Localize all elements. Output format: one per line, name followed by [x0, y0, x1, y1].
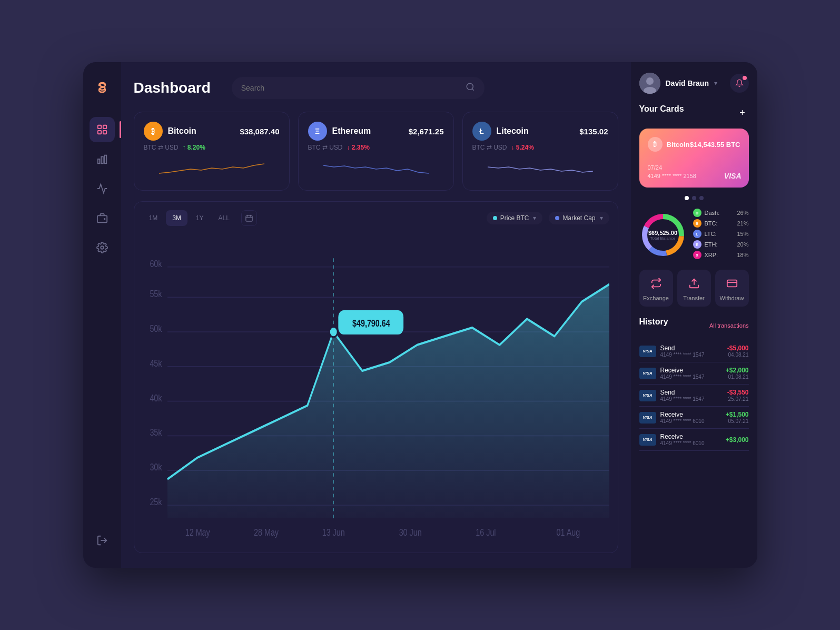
btc-pair: BTC ⇄ USD	[144, 144, 179, 151]
exchange-label: Exchange	[643, 295, 669, 301]
history-right-5: +$3,000	[726, 436, 749, 444]
legend-row-dash: D Dash: 26%	[693, 209, 749, 217]
legend-market-cap[interactable]: Market Cap ▾	[549, 212, 609, 224]
transfer-button[interactable]: Transfer	[677, 270, 711, 307]
ltc-change: ↓ 5.24%	[511, 144, 534, 151]
ltc-legend-name: LTC:	[705, 231, 717, 237]
history-item-5[interactable]: VISA Receive 4149 **** **** 6010 +$3,000	[639, 429, 749, 451]
crypto-card-btc[interactable]: ₿ Bitcoin $38,087.40 BTC ⇄ USD ↑ 8.20%	[134, 112, 290, 191]
history-card-5: 4149 **** **** 6010	[660, 440, 722, 446]
svg-point-11	[101, 246, 104, 249]
history-right-4: +$1,500 05.07.21	[726, 411, 749, 424]
btc-card-amount: $14,543.55 BTC	[690, 141, 740, 149]
history-right-1: -$5,000 04.08.21	[727, 344, 749, 358]
visa-badge-2: VISA	[639, 368, 656, 379]
search-input[interactable]	[241, 84, 460, 92]
chart-controls: 1M 3M 1Y ALL	[143, 210, 609, 226]
xrp-legend-name: XRP:	[705, 252, 718, 258]
svg-rect-15	[246, 216, 252, 222]
legend-dot-btc	[493, 216, 497, 220]
svg-rect-5	[103, 131, 106, 134]
portfolio-legend: D Dash: 26% B BTC: 21% L LTC:	[693, 209, 749, 261]
sidebar-item-wallet[interactable]	[90, 205, 115, 231]
notification-badge	[743, 76, 747, 80]
avatar	[639, 73, 660, 94]
add-card-button[interactable]: +	[736, 106, 749, 119]
history-item-3[interactable]: VISA Send 4149 **** **** 1547 -$3,550 25…	[639, 385, 749, 407]
sidebar-item-analytics[interactable]	[90, 146, 115, 172]
ltc-name: Litecoin	[497, 126, 529, 136]
history-card-3: 4149 **** **** 1547	[660, 396, 723, 402]
svg-text:13 Jun: 13 Jun	[322, 527, 344, 537]
user-dropdown-icon[interactable]: ▾	[714, 80, 717, 87]
history-item-4[interactable]: VISA Receive 4149 **** **** 6010 +$1,500…	[639, 407, 749, 429]
dash-legend-icon: D	[693, 209, 701, 217]
visa-badge-5: VISA	[639, 434, 656, 446]
svg-text:$49,790.64: $49,790.64	[352, 318, 390, 329]
btc-card-icon: ₿	[648, 137, 663, 152]
bitcoin-card[interactable]: ₿ Bitcoin $14,543.55 BTC 07/24 4149 ****…	[639, 129, 749, 188]
exchange-button[interactable]: Exchange	[639, 270, 673, 307]
xrp-pct: 18%	[737, 252, 748, 258]
card-dot-1[interactable]	[685, 196, 689, 200]
svg-rect-4	[97, 131, 101, 134]
legend-label-mcap: Market Cap	[562, 214, 595, 222]
eth-icon: Ξ	[308, 122, 327, 141]
main-chart-svg: 60k 55k 50k 45k 40k 35k 30k 25k	[143, 232, 609, 544]
sidebar-item-dashboard[interactable]	[90, 117, 115, 142]
search-bar[interactable]	[232, 77, 485, 99]
svg-point-13	[467, 83, 473, 90]
history-info-1: Send 4149 **** **** 1547	[660, 344, 723, 358]
ltc-pair: BTC ⇄ USD	[472, 144, 507, 151]
all-transactions-link[interactable]: All transactions	[709, 322, 749, 329]
logout-button[interactable]	[90, 528, 115, 553]
history-header: History All transactions	[639, 317, 749, 334]
svg-text:12 May: 12 May	[185, 527, 210, 537]
donut-chart: $69,525.00 Total Balance	[639, 211, 687, 259]
svg-text:50k: 50k	[150, 323, 162, 333]
history-date-2: 01.08.21	[726, 374, 749, 380]
svg-rect-6	[97, 159, 100, 163]
search-icon	[466, 82, 475, 94]
withdraw-label: Withdraw	[720, 295, 744, 301]
history-type-3: Send	[660, 389, 723, 396]
legend-arrow-btc: ▾	[533, 214, 536, 222]
btc-card-coin-name: Bitcoin	[667, 141, 690, 149]
sidebar-nav	[90, 117, 115, 528]
ltc-legend-icon: L	[693, 230, 701, 238]
chart-area: 60k 55k 50k 45k 40k 35k 30k 25k	[143, 232, 609, 544]
time-btn-1y[interactable]: 1Y	[190, 210, 210, 226]
withdraw-button[interactable]: Withdraw	[715, 270, 749, 307]
card-dot-3[interactable]	[699, 196, 704, 200]
eth-name: Ethereum	[332, 126, 371, 136]
svg-point-36	[329, 327, 338, 337]
ltc-icon: Ł	[472, 122, 491, 141]
donut-center: $69,525.00 Total Balance	[648, 230, 677, 241]
notification-button[interactable]	[730, 74, 749, 93]
calendar-button[interactable]	[241, 210, 257, 226]
sidebar-item-settings[interactable]	[90, 235, 115, 260]
history-item-2[interactable]: VISA Receive 4149 **** **** 1547 +$2,000…	[639, 362, 749, 385]
history-date-1: 04.08.21	[727, 352, 749, 358]
btc-card-expiry: 07/24	[648, 164, 740, 171]
eth-price: $2,671.25	[409, 127, 444, 136]
eth-pair: BTC ⇄ USD	[308, 144, 343, 151]
crypto-card-ltc[interactable]: Ł Litecoin $135.02 BTC ⇄ USD ↓ 5.24%	[462, 112, 618, 191]
time-btn-3m[interactable]: 3M	[166, 210, 187, 226]
sidebar-item-portfolio[interactable]	[90, 176, 115, 201]
user-header: David Braun ▾	[639, 73, 749, 94]
legend-price-btc[interactable]: Price BTC ▾	[487, 212, 543, 224]
transfer-label: Transfer	[683, 295, 705, 301]
main-header: Dashboard	[134, 77, 618, 99]
crypto-card-eth[interactable]: Ξ Ethereum $2,671.25 BTC ⇄ USD ↓ 2.35%	[298, 112, 454, 191]
dash-legend-name: Dash:	[705, 210, 720, 216]
time-btn-all[interactable]: ALL	[212, 210, 236, 226]
dash-pct: 26%	[737, 210, 748, 216]
legend-row-eth: E ETH: 20%	[693, 240, 749, 249]
time-btn-1m[interactable]: 1M	[143, 210, 164, 226]
card-dot-2[interactable]	[692, 196, 696, 200]
history-item-1[interactable]: VISA Send 4149 **** **** 1547 -$5,000 04…	[639, 340, 749, 362]
history-amount-5: +$3,000	[726, 436, 749, 444]
svg-text:60k: 60k	[150, 258, 162, 269]
history-amount-4: +$1,500	[726, 411, 749, 418]
